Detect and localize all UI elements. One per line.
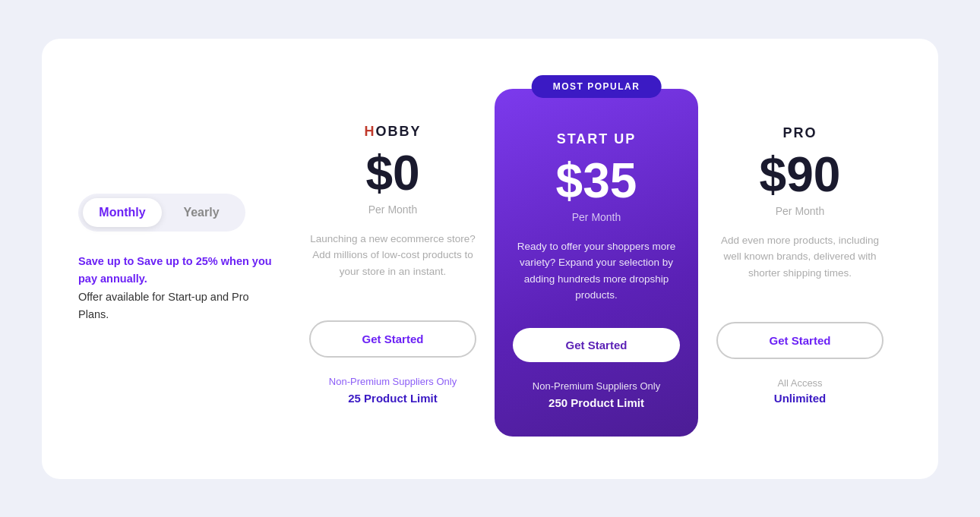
- startup-suppliers: Non-Premium Suppliers Only: [513, 380, 680, 392]
- hobby-plan-name: HOBBY: [309, 124, 476, 140]
- startup-limit: 250 Product Limit: [513, 396, 680, 409]
- pro-plan: PRO $90 Per Month Add even more products…: [698, 98, 902, 429]
- most-popular-badge: MOST POPULAR: [532, 75, 662, 98]
- startup-per-month: Per Month: [513, 211, 680, 223]
- startup-description: Ready to offer your shoppers more variet…: [513, 238, 680, 307]
- hobby-plan: HOBBY $0 Per Month Launching a new ecomm…: [291, 96, 495, 429]
- startup-cta-button[interactable]: Get Started: [513, 328, 680, 362]
- save-percentage: Save up to: [78, 255, 137, 267]
- monthly-toggle[interactable]: Monthly: [83, 198, 162, 227]
- hobby-price: $0: [309, 149, 476, 197]
- hobby-limit: 25 Product Limit: [309, 392, 476, 405]
- hobby-cta-button[interactable]: Get Started: [309, 320, 476, 358]
- plans-container: HOBBY $0 Per Month Launching a new ecomm…: [291, 89, 902, 429]
- save-description: Save up to Save up to 25% when you pay a…: [78, 253, 276, 323]
- pro-access-value: Unlimited: [716, 392, 884, 405]
- hobby-suppliers: Non-Premium Suppliers Only: [309, 376, 476, 387]
- hobby-per-month: Per Month: [309, 203, 476, 216]
- startup-plan: MOST POPULAR START UP $35 Per Month Read…: [495, 89, 698, 437]
- left-panel: Monthly Yearly Save up to Save up to 25%…: [78, 194, 291, 323]
- pro-access-label: All Access: [716, 377, 884, 389]
- billing-toggle[interactable]: Monthly Yearly: [78, 194, 245, 232]
- pro-description: Add even more products, including well k…: [716, 232, 884, 301]
- startup-plan-name: START UP: [513, 131, 680, 147]
- yearly-toggle[interactable]: Yearly: [162, 198, 241, 227]
- save-subtext: Offer available for Start-up and Pro Pla…: [78, 291, 249, 320]
- pro-price: $90: [716, 150, 884, 199]
- hobby-description: Launching a new ecommerce store? Add mil…: [309, 231, 476, 299]
- pricing-card: Monthly Yearly Save up to Save up to 25%…: [42, 39, 938, 479]
- pro-plan-name: PRO: [716, 125, 884, 141]
- pro-cta-button[interactable]: Get Started: [716, 322, 884, 359]
- hobby-name-h: H: [364, 124, 375, 139]
- pro-per-month: Per Month: [716, 205, 884, 217]
- hobby-name-rest: OBBY: [375, 124, 421, 139]
- startup-price: $35: [513, 156, 680, 205]
